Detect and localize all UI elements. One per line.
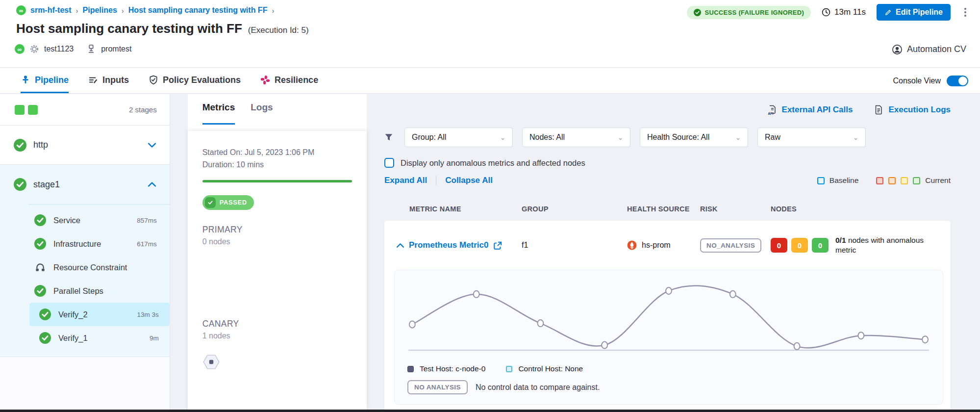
edit-pipeline-button[interactable]: Edit Pipeline bbox=[877, 4, 951, 21]
sidebar-stage-stage1[interactable]: stage1 bbox=[0, 165, 170, 204]
chevron-down-icon: ⌄ bbox=[500, 134, 505, 141]
success-check-icon bbox=[34, 285, 46, 297]
sidebar-step-service[interactable]: Service 857ms bbox=[0, 208, 170, 232]
metric-name-link[interactable]: Prometheus Metric0 bbox=[409, 240, 489, 250]
host-legend: Test Host: c-node-0 Control Host: None bbox=[407, 364, 930, 373]
document-icon bbox=[874, 105, 884, 115]
chevron-down-icon: ⌄ bbox=[618, 134, 623, 141]
execution-tabbar: Pipeline Inputs Policy Evaluations Resil… bbox=[0, 68, 980, 94]
test-host-swatch bbox=[407, 366, 414, 372]
execution-id-label: (Execution Id: 5) bbox=[248, 26, 309, 35]
verification-progress-bar bbox=[202, 180, 352, 182]
metric-line-chart bbox=[407, 283, 930, 357]
sidebar-step-parallel-steps[interactable]: Parallel Steps bbox=[0, 279, 170, 303]
control-host-swatch bbox=[506, 366, 512, 372]
svg-text:∞: ∞ bbox=[19, 7, 24, 14]
header-actions: SUCCESS (FAILURE IGNORED) 13m 11s Edit P… bbox=[687, 4, 969, 21]
chevron-down-icon: ⌄ bbox=[853, 134, 858, 141]
data-type-select[interactable]: Raw ⌄ bbox=[757, 128, 866, 147]
clock-icon bbox=[822, 8, 830, 17]
breadcrumb-separator: › bbox=[122, 6, 124, 15]
external-api-calls-link[interactable]: API External API Calls bbox=[768, 105, 853, 115]
execution-logs-link[interactable]: Execution Logs bbox=[874, 105, 951, 115]
step-resource-constraint-label: Resource Constraint bbox=[53, 263, 127, 272]
anomalous-checkbox-label: Display only anomalous metrics and affec… bbox=[401, 158, 585, 168]
step-verify1-label: Verify_1 bbox=[58, 334, 88, 343]
triggered-by-name: Automation CV bbox=[907, 44, 966, 54]
api-document-icon: API bbox=[768, 105, 778, 115]
started-on-label: Started On: Jul 5, 2023 1:06 PM bbox=[202, 147, 352, 159]
nodes-summary-text: nodes with anomalous metric bbox=[835, 236, 924, 254]
harness-logo-icon: ∞ bbox=[16, 5, 26, 15]
tab-metrics[interactable]: Metrics bbox=[202, 102, 235, 125]
chevron-down-icon[interactable] bbox=[148, 143, 156, 148]
canary-node-hexagon[interactable] bbox=[202, 353, 220, 371]
success-check-icon bbox=[39, 332, 51, 344]
baseline-swatch bbox=[817, 177, 825, 184]
console-view-control: Console View bbox=[893, 68, 980, 93]
group-filter-value: Group: All bbox=[412, 133, 446, 142]
control-host-label: Control Host: None bbox=[518, 364, 583, 373]
step-verify1-duration: 9m bbox=[150, 335, 159, 342]
health-source-filter-select[interactable]: Health Source: All ⌄ bbox=[640, 128, 748, 147]
success-check-icon bbox=[34, 214, 46, 226]
tab-policy-evaluations[interactable]: Policy Evaluations bbox=[149, 68, 241, 93]
sidebar-step-resource-constraint[interactable]: Resource Constraint bbox=[0, 256, 170, 279]
execution-body: 2 stages http stage1 bbox=[0, 94, 980, 410]
external-link-icon[interactable] bbox=[494, 241, 502, 250]
passed-badge-label: PASSED bbox=[220, 199, 247, 206]
step-parallel-steps-label: Parallel Steps bbox=[53, 286, 103, 296]
green-node-count: 0 bbox=[812, 238, 829, 253]
breadcrumb-pipelines-link[interactable]: Pipelines bbox=[83, 6, 117, 15]
success-check-icon bbox=[14, 178, 26, 191]
metric-card: Prometheus Metric0 f1 hs-prom NO_ANALYSI bbox=[384, 221, 951, 412]
collapse-all-link[interactable]: Collapse All bbox=[445, 176, 493, 185]
nodes-summary-ratio: 0/1 bbox=[835, 236, 846, 244]
tab-inputs[interactable]: Inputs bbox=[88, 68, 129, 93]
no-analysis-message: No control data to compare against. bbox=[476, 383, 600, 392]
divider bbox=[28, 204, 170, 205]
stages-sidebar: 2 stages http stage1 bbox=[0, 94, 170, 410]
nodes-filter-select[interactable]: Nodes: All ⌄ bbox=[522, 128, 630, 147]
sidebar-step-verify-1[interactable]: Verify_1 9m bbox=[29, 326, 170, 350]
collapse-metric-chevron-up-icon[interactable] bbox=[397, 243, 404, 248]
page-title: Host sampling canary testing with FF bbox=[16, 21, 242, 36]
step-verify2-duration: 13m 3s bbox=[137, 311, 158, 318]
sidebar-step-verify-2[interactable]: Verify_2 13m 3s bbox=[29, 303, 170, 326]
sidebar-stage-http[interactable]: http bbox=[0, 126, 170, 165]
chart-color-legend: Baseline Current bbox=[817, 176, 951, 185]
service-name: test1123 bbox=[44, 45, 74, 53]
svg-text:∞: ∞ bbox=[18, 46, 22, 53]
yellow-node-count: 0 bbox=[791, 238, 808, 253]
anomalous-checkbox[interactable] bbox=[384, 158, 394, 168]
nodes-filter-value: Nodes: All bbox=[529, 133, 565, 142]
canary-label: CANARY bbox=[202, 319, 352, 329]
execution-logs-label: Execution Logs bbox=[888, 105, 951, 115]
edit-pipeline-label: Edit Pipeline bbox=[896, 8, 943, 17]
pipeline-meta-row: ∞ test1123 promtest bbox=[15, 44, 131, 54]
chevron-up-icon[interactable] bbox=[148, 182, 156, 187]
stage-status-square bbox=[15, 105, 25, 115]
data-type-value: Raw bbox=[765, 133, 780, 142]
step-service-label: Service bbox=[53, 216, 80, 225]
pipeline-execution-page: ∞ srm-hf-test › Pipelines › Host samplin… bbox=[0, 0, 980, 412]
chevron-down-icon: ⌄ bbox=[735, 134, 741, 141]
metric-chart-card: Test Host: c-node-0 Control Host: None N… bbox=[394, 270, 943, 405]
status-badge-label: SUCCESS (FAILURE IGNORED) bbox=[705, 9, 804, 16]
breadcrumb: ∞ srm-hf-test › Pipelines › Host samplin… bbox=[16, 5, 274, 15]
sidebar-step-infrastructure[interactable]: Infrastructure 617ms bbox=[0, 232, 170, 256]
breadcrumb-pipeline-link[interactable]: Host sampling canary testing with FF bbox=[128, 6, 268, 15]
tab-pipeline[interactable]: Pipeline bbox=[21, 68, 69, 93]
console-view-toggle[interactable] bbox=[947, 76, 968, 86]
verification-summary-card: Started On: Jul 5, 2023 1:06 PM Duration… bbox=[188, 131, 367, 410]
expand-all-link[interactable]: Expand All bbox=[384, 176, 427, 185]
group-filter-select[interactable]: Group: All ⌄ bbox=[404, 128, 513, 147]
col-nodes: NODES bbox=[771, 205, 797, 213]
more-options-button[interactable] bbox=[961, 5, 969, 20]
status-badge: SUCCESS (FAILURE IGNORED) bbox=[687, 6, 811, 19]
sidebar-empty-area bbox=[0, 357, 170, 410]
tab-inputs-label: Inputs bbox=[102, 75, 129, 85]
breadcrumb-project-link[interactable]: srm-hf-test bbox=[30, 6, 72, 15]
tab-logs[interactable]: Logs bbox=[251, 102, 273, 125]
tab-resilience[interactable]: Resilience bbox=[260, 68, 318, 93]
